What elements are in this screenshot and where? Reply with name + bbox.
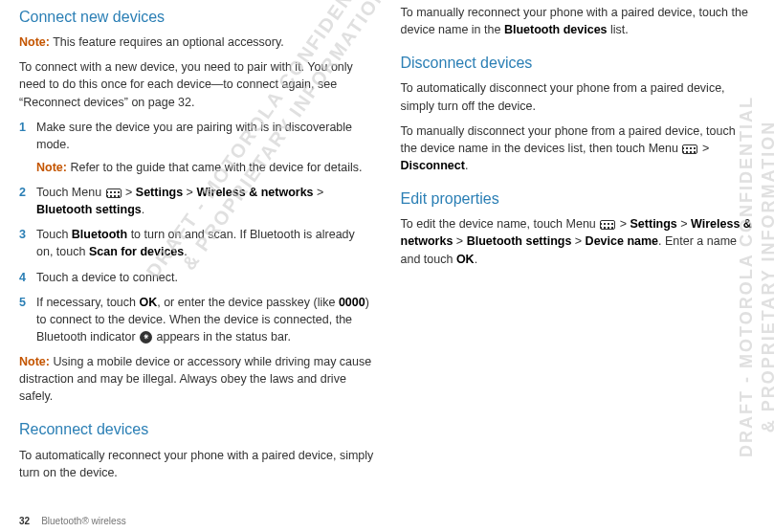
reconnect-manual: To manually reconnect your phone with a … <box>401 4 756 38</box>
note-text: Refer to the guide that came with the de… <box>67 161 363 174</box>
t: To edit the device name, touch Menu <box>401 217 600 231</box>
note-label: Note: <box>19 35 50 49</box>
t: Touch Menu <box>36 186 105 199</box>
t: . <box>184 245 187 258</box>
bluetooth-devices-bold: Bluetooth devices <box>504 23 608 36</box>
step-body: Touch a device to connect. <box>36 269 374 286</box>
left-column: Connect new devices Note: This feature r… <box>19 4 374 498</box>
t: > <box>616 217 630 231</box>
step-body: If necessary, touch OK, or enter the dev… <box>36 294 374 345</box>
bluetooth-settings-bold: Bluetooth settings <box>467 234 572 248</box>
note-text: Using a mobile device or accessory while… <box>19 355 371 403</box>
page-footer: 32Bluetooth® wireless <box>19 516 126 526</box>
step-2: 2 Touch Menu > Settings > Wireless & net… <box>19 184 374 218</box>
step-number: 1 <box>19 119 36 176</box>
step-number: 4 <box>19 269 36 286</box>
ok-bold: OK <box>139 296 157 309</box>
t: > <box>677 217 691 231</box>
t: list. <box>608 23 629 36</box>
reconnect-auto: To automatically reconnect your phone wi… <box>19 447 374 481</box>
t: . <box>475 253 477 266</box>
step-1-note: Note: Refer to the guide that came with … <box>36 159 374 176</box>
t: , or enter the device passkey (like <box>157 296 339 309</box>
t: > <box>698 142 709 155</box>
step-body: Make sure the device you are pairing wit… <box>36 119 374 176</box>
page-number: 32 <box>19 516 30 526</box>
step-number: 2 <box>19 184 36 218</box>
page-body: Connect new devices Note: This feature r… <box>0 0 774 498</box>
t: . <box>142 203 144 216</box>
settings-bold: Settings <box>630 217 677 231</box>
scan-for-devices-bold: Scan for devices <box>89 245 184 258</box>
t: > <box>122 186 136 199</box>
bluetooth-icon: ⁕ <box>140 331 152 344</box>
step-5: 5 If necessary, touch OK, or enter the d… <box>19 294 374 345</box>
step-4: 4 Touch a device to connect. <box>19 269 374 286</box>
step-1: 1 Make sure the device you are pairing w… <box>19 119 374 176</box>
ok-bold: OK <box>456 253 475 266</box>
disconnect-bold: Disconnect <box>401 159 465 172</box>
t: Touch <box>36 228 72 241</box>
step-body: Touch Menu > Settings > Wireless & netwo… <box>36 184 374 218</box>
passkey-bold: 0000 <box>339 296 365 309</box>
note-label: Note: <box>36 161 67 174</box>
t: > <box>183 186 196 199</box>
step-3: 3 Touch Bluetooth to turn on and scan. I… <box>19 226 374 260</box>
menu-icon <box>682 144 697 154</box>
menu-icon <box>106 188 122 198</box>
note-text: This feature requires an optional access… <box>50 35 284 49</box>
settings-bold: Settings <box>136 186 183 199</box>
wireless-networks-bold: Wireless & networks <box>196 186 313 199</box>
t: > <box>453 234 466 248</box>
note-accessory: Note: This feature requires an optional … <box>19 33 374 51</box>
t: appears in the status bar. <box>153 330 291 344</box>
t: . <box>465 159 468 172</box>
t: > <box>571 234 585 248</box>
bluetooth-settings-bold: Bluetooth settings <box>36 203 142 216</box>
heading-edit-properties: Edit properties <box>401 188 756 210</box>
t: > <box>314 186 324 199</box>
step-number: 3 <box>19 226 36 260</box>
driving-note: Note: Using a mobile device or accessory… <box>19 353 374 405</box>
heading-disconnect-devices: Disconnect devices <box>401 52 756 74</box>
bluetooth-bold: Bluetooth <box>72 228 127 241</box>
device-name-bold: Device name <box>586 234 658 248</box>
note-label: Note: <box>19 355 50 368</box>
step-text: Make sure the device you are pairing wit… <box>36 121 352 151</box>
menu-icon <box>600 220 615 230</box>
intro-paragraph: To connect with a new device, you need t… <box>19 58 374 110</box>
t: If necessary, touch <box>36 296 139 309</box>
disconnect-auto: To automatically disconnect your phone f… <box>401 79 756 114</box>
step-number: 5 <box>19 294 36 345</box>
step-body: Touch Bluetooth to turn on and scan. If … <box>36 226 374 260</box>
disconnect-manual: To manually disconnect your phone from a… <box>401 122 756 174</box>
heading-connect-new-devices: Connect new devices <box>19 6 374 28</box>
edit-properties-text: To edit the device name, touch Menu > Se… <box>401 215 756 267</box>
heading-reconnect-devices: Reconnect devices <box>19 418 374 440</box>
section-name: Bluetooth® wireless <box>41 516 126 526</box>
right-column: To manually reconnect your phone with a … <box>401 4 756 498</box>
